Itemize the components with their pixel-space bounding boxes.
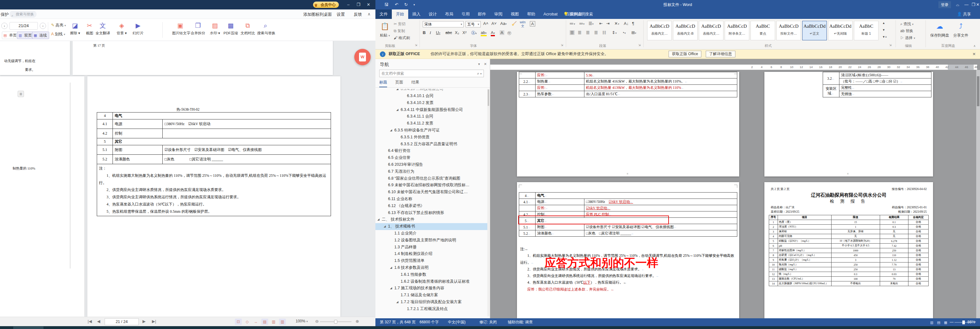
pdf-maximize-button[interactable]: ❐: [354, 0, 363, 10]
character-border-button[interactable]: A: [530, 21, 535, 27]
replace-button[interactable]: ab 替换: [900, 29, 913, 34]
tool-PDF压缩[interactable]: ▩PDF压缩: [223, 21, 239, 36]
status-view-icon[interactable]: ↔: [253, 319, 259, 325]
font-color-button[interactable]: A▾: [491, 30, 495, 36]
pdf-document-area[interactable]: 动无级调节，机组在 要求。 第 17 页 制热量的 110% ≣ 热-5638-…: [0, 41, 375, 317]
font-size-combo[interactable]: 五号▾: [466, 21, 481, 27]
word-close-button[interactable]: ✕: [974, 0, 980, 10]
feedback-button[interactable]: 反馈: [354, 12, 362, 17]
sign-in-button[interactable]: 登录: [939, 1, 951, 8]
status-view-icon[interactable]: ◇: [243, 319, 251, 325]
tab-视图[interactable]: 视图: [506, 10, 523, 19]
collapse-toolbar-button[interactable]: ∧: [368, 12, 371, 16]
nav-heading-item[interactable]: 6.3.5.2 压力容器产品质量证明书: [375, 141, 487, 148]
vip-member-button[interactable]: ♛ 会员中心: [313, 2, 339, 8]
nav-heading-item[interactable]: 6.5 企业信誉: [375, 154, 487, 161]
expand-arrow-icon[interactable]: ◢: [396, 106, 398, 113]
zoom-out-button[interactable]: —: [950, 318, 953, 326]
redo-icon[interactable]: ↻: [402, 0, 410, 10]
text-effects-button[interactable]: Ⓐ▾: [471, 30, 477, 36]
nav-heading-item[interactable]: ◢6.3.4.11 中煤新集能源股份有限公司: [375, 106, 487, 113]
expand-arrow-icon[interactable]: ◢: [390, 127, 392, 134]
change-case-button[interactable]: Aa▾: [500, 21, 506, 26]
doc-page-right-top[interactable]: 3.2←清洁区域-(标准:(±500±6))——（批号：——／□高 □中 □合 …: [764, 72, 933, 176]
style-表格内文-B[interactable]: AaBbCcD表格内文-B: [673, 21, 698, 40]
taskbar-sliver[interactable]: [0, 326, 980, 329]
nav-heading-item[interactable]: ◢6.3.5 特种设备生产许可证: [375, 127, 487, 134]
zoom-level[interactable]: 100% ▾: [296, 319, 308, 323]
styles-dialog-launcher[interactable]: ⇲: [889, 43, 892, 47]
nav-heading-item[interactable]: 6.10 未被中国石油天然气集团有限公司和辽…: [375, 189, 487, 196]
nav-close-icon[interactable]: ✕: [484, 62, 487, 66]
nav-heading-item[interactable]: 1.2 设备图纸及主要部件产地的说明: [375, 237, 487, 244]
view-mode-双页[interactable]: ▥双页: [17, 32, 34, 39]
tab-插入[interactable]: 插入: [408, 10, 425, 19]
first-page-button[interactable]: |◀: [88, 319, 92, 324]
nav-search-input[interactable]: 在文档中搜索 ⌕ ▾: [379, 70, 484, 77]
nav-heading-item[interactable]: 6.3.4.10.2 发票: [375, 100, 487, 106]
nav-tab-标题[interactable]: 标题: [379, 80, 387, 87]
tab-布局[interactable]: 布局: [441, 10, 457, 19]
doc-scrollbar-thumb[interactable]: [977, 76, 979, 106]
nav-heading-item[interactable]: 6.13 不存在以下禁止投标的情形: [375, 210, 487, 216]
nav-heading-item[interactable]: ◢1.6 技术参数及说明: [375, 264, 487, 271]
pdf-close-button[interactable]: ✕: [364, 0, 373, 10]
status-view-icon[interactable]: ⊡: [235, 319, 242, 325]
align-right-button[interactable]: ☰: [586, 30, 590, 35]
annotation-marker-icon[interactable]: ≣: [18, 91, 24, 97]
convert-to-word-floating-button[interactable]: W: [354, 49, 371, 65]
view-mode-单页[interactable]: ▤单页: [2, 32, 19, 39]
tool-合并拆分[interactable]: ❐合并拆分: [190, 21, 206, 36]
paragraph-dialog-launcher[interactable]: ⇲: [638, 43, 641, 47]
strikethrough-button[interactable]: abc: [445, 30, 452, 35]
learn-more-button[interactable]: 了解详细信息: [706, 51, 735, 57]
prev-page-button[interactable]: ◀: [97, 319, 100, 324]
copy-button[interactable]: ⧉ 复制: [394, 29, 405, 34]
nav-heading-item[interactable]: 6.7 无违法行为: [375, 168, 487, 175]
tab-引用[interactable]: 引用: [457, 10, 474, 19]
tab-设计[interactable]: 设计: [425, 10, 441, 19]
tool-划线[interactable]: A划线 ▾: [51, 32, 65, 37]
nav-scrollbar-thumb[interactable]: [488, 89, 489, 106]
line-spacing-button[interactable]: ⇕▾: [612, 30, 617, 35]
add-desktop-icon-button[interactable]: 添加图标到桌面: [303, 12, 332, 17]
last-page-button[interactable]: ▶|: [152, 319, 156, 324]
status-1[interactable]: 66800 个字: [420, 318, 439, 326]
tool-高亮[interactable]: ✎高亮 ▾: [51, 23, 66, 28]
tab-审阅[interactable]: 审阅: [490, 10, 506, 19]
status-view-icon[interactable]: ▥: [270, 319, 277, 325]
status-view-icon[interactable]: ▥: [279, 319, 286, 325]
zoom-percentage[interactable]: 86%: [967, 318, 975, 326]
clear-format-icon[interactable]: 🧹: [512, 21, 517, 26]
styles-scroll-down-icon[interactable]: ▼: [882, 29, 885, 32]
nav-scrollbar[interactable]: [487, 89, 490, 316]
nav-heading-item[interactable]: ◢1.7.2 项目组织协调及配合安装方案: [375, 299, 487, 306]
expand-arrow-icon[interactable]: ◢: [390, 285, 392, 292]
nav-heading-item[interactable]: ◢1.7 施工现场的技术服务内容: [375, 285, 487, 292]
nav-heading-item[interactable]: 6.8 “国家企业信用信息公示系统”查询截图: [375, 175, 487, 182]
nav-heading-item[interactable]: ◢6.3.4.10 …科技有限公司: [375, 89, 487, 93]
phonetic-guide-button[interactable]: wén文: [520, 21, 525, 29]
tool-背景[interactable]: ◈背景 ▾: [113, 21, 130, 36]
show-marks-button[interactable]: ¶: [632, 21, 634, 26]
zoom-slider-knob[interactable]: [334, 320, 337, 324]
taskbar-app-block[interactable]: [13, 326, 43, 329]
nav-heading-item[interactable]: 6.3.4.11.2 发票: [375, 120, 487, 127]
view-mode-连续[interactable]: ▦连续: [32, 32, 49, 39]
tab-Acrobat[interactable]: Acrobat: [539, 10, 562, 19]
settings-button[interactable]: 设置: [337, 12, 345, 17]
tool-全文翻译[interactable]: 文全文翻译: [95, 21, 111, 36]
nav-heading-item[interactable]: 1.1 企业简介: [375, 230, 487, 237]
toolbar-page-indicator[interactable]: 21/24: [10, 22, 38, 30]
tool-搜索与替换[interactable]: ⌕搜索与替换: [257, 21, 274, 36]
nav-heading-item[interactable]: 6.11 企业名称: [375, 196, 487, 203]
multilevel-list-button[interactable]: ☰▾: [589, 21, 593, 26]
bold-button[interactable]: B: [423, 30, 426, 35]
zoom-slider-knob[interactable]: [963, 321, 965, 324]
subscript-button[interactable]: X₂: [455, 30, 459, 35]
doc-scrollbar[interactable]: [976, 70, 980, 318]
nav-heading-item[interactable]: 1.7.2.1 工程概况及特点: [375, 306, 487, 313]
tool-水印[interactable]: ▨水印 ▾: [207, 21, 223, 36]
font-family-combo[interactable]: 宋体▾: [423, 21, 464, 27]
tool-幻灯片[interactable]: ▶幻灯片: [130, 21, 146, 36]
